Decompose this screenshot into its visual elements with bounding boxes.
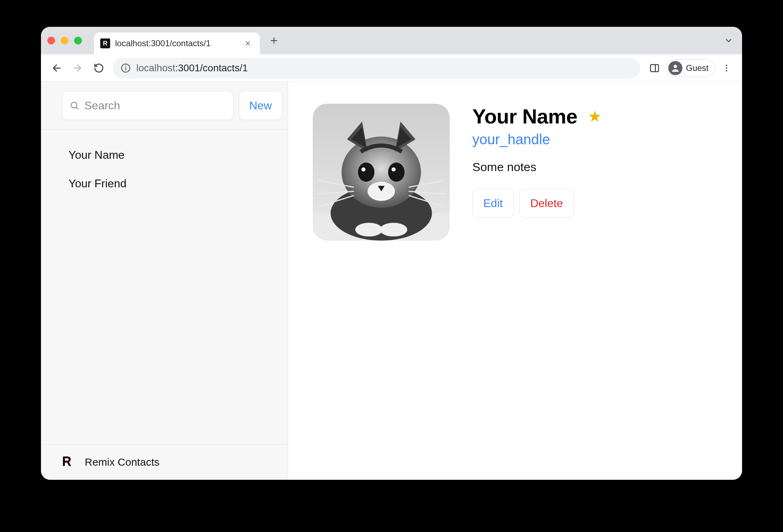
contact-actions: Edit Delete [472, 189, 602, 218]
sidebar: New Your Name Your Friend R R Remix Cont… [41, 82, 288, 480]
browser-window: R localhost:3001/contacts/1 [41, 27, 742, 480]
sidebar-item[interactable]: Your Friend [41, 169, 288, 198]
avatar-icon [668, 61, 682, 75]
tab-title: localhost:3001/contacts/1 [115, 38, 237, 48]
new-tab-button[interactable] [266, 33, 282, 48]
profile-chip[interactable]: Guest [666, 59, 715, 77]
close-tab-button[interactable] [242, 38, 253, 49]
browser-tab-strip: R localhost:3001/contacts/1 [41, 27, 742, 54]
svg-point-8 [125, 65, 126, 66]
contact-info: Your Name ★ your_handle Some notes Edit … [472, 104, 602, 458]
back-button[interactable] [49, 61, 64, 75]
search-icon [70, 101, 79, 110]
browser-menu-button[interactable] [719, 61, 734, 75]
sidebar-footer-label: Remix Contacts [85, 456, 160, 468]
svg-point-11 [674, 65, 677, 68]
window-close-button[interactable] [47, 37, 55, 44]
search-field[interactable] [62, 91, 233, 120]
svg-text:R: R [62, 455, 71, 468]
search-input[interactable] [84, 99, 226, 112]
tabs-overflow-button[interactable] [722, 34, 736, 48]
app-root: New Your Name Your Friend R R Remix Cont… [41, 82, 742, 480]
url-host: localhost [136, 62, 175, 73]
url-path: :3001/contacts/1 [175, 62, 248, 73]
address-bar[interactable]: localhost:3001/contacts/1 [113, 58, 640, 78]
contact-detail: Your Name ★ your_handle Some notes Edit … [288, 82, 742, 480]
svg-point-28 [388, 163, 405, 182]
reload-button[interactable] [92, 61, 106, 75]
tab-favicon: R [100, 38, 110, 48]
sidebar-item[interactable]: Your Name [41, 141, 288, 169]
browser-toolbar: localhost:3001/contacts/1 Guest [41, 54, 742, 82]
favorite-star-icon[interactable]: ★ [588, 107, 602, 125]
delete-button[interactable]: Delete [519, 189, 574, 218]
svg-point-39 [355, 223, 383, 237]
svg-point-14 [726, 70, 727, 71]
contact-handle[interactable]: your_handle [472, 132, 602, 147]
url-text: localhost:3001/contacts/1 [136, 62, 248, 74]
svg-line-16 [76, 107, 78, 109]
contact-notes: Some notes [472, 160, 602, 174]
svg-point-15 [71, 102, 77, 108]
window-fullscreen-button[interactable] [74, 37, 82, 44]
browser-tab[interactable]: R localhost:3001/contacts/1 [94, 32, 260, 54]
contact-name: Your Name [472, 104, 577, 128]
site-info-icon[interactable] [121, 63, 131, 73]
svg-point-30 [392, 167, 396, 171]
svg-rect-9 [651, 65, 659, 72]
sidebar-footer: R R Remix Contacts [41, 444, 288, 480]
edit-button[interactable]: Edit [472, 189, 514, 218]
sidebar-toolbar: New [41, 82, 288, 129]
svg-point-29 [361, 167, 366, 171]
profile-label: Guest [686, 63, 709, 73]
forward-button[interactable] [71, 61, 85, 75]
window-controls [47, 37, 82, 44]
svg-point-40 [380, 223, 407, 237]
svg-point-12 [726, 65, 727, 66]
contact-avatar [313, 104, 450, 241]
side-panel-button[interactable] [647, 61, 662, 75]
svg-point-13 [726, 67, 727, 68]
contacts-list: Your Name Your Friend [41, 129, 288, 444]
svg-point-27 [358, 163, 375, 182]
new-contact-button[interactable]: New [239, 91, 282, 120]
window-minimize-button[interactable] [61, 37, 68, 44]
remix-logo-icon: R R [62, 455, 76, 469]
